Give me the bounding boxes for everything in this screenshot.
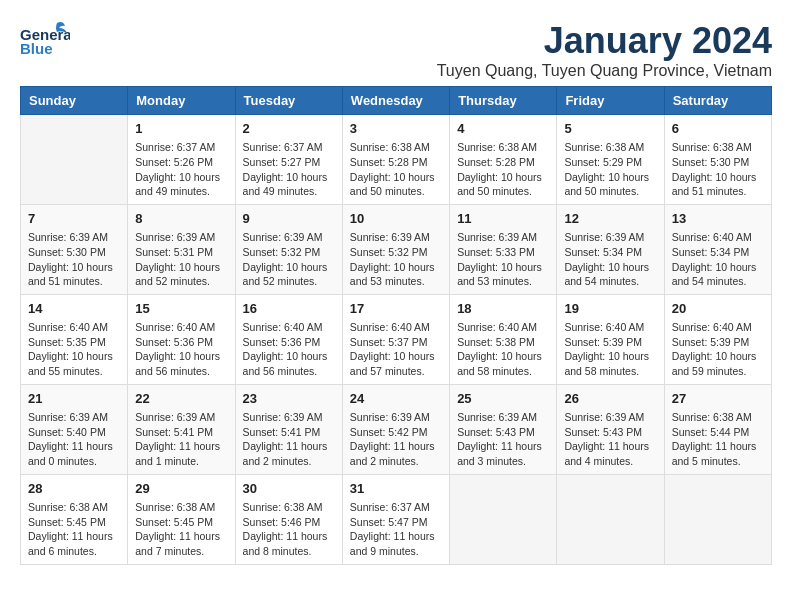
page-header: General Blue January 2024 Tuyen Quang, T… [20, 20, 772, 80]
day-info: Sunrise: 6:38 AM Sunset: 5:45 PM Dayligh… [135, 501, 220, 557]
day-number: 10 [350, 210, 442, 228]
calendar-cell: 30Sunrise: 6:38 AM Sunset: 5:46 PM Dayli… [235, 474, 342, 564]
day-info: Sunrise: 6:40 AM Sunset: 5:35 PM Dayligh… [28, 321, 113, 377]
month-title: January 2024 [437, 20, 772, 62]
location-title: Tuyen Quang, Tuyen Quang Province, Vietn… [437, 62, 772, 80]
calendar-cell: 13Sunrise: 6:40 AM Sunset: 5:34 PM Dayli… [664, 204, 771, 294]
calendar-cell: 12Sunrise: 6:39 AM Sunset: 5:34 PM Dayli… [557, 204, 664, 294]
day-info: Sunrise: 6:39 AM Sunset: 5:43 PM Dayligh… [564, 411, 649, 467]
day-number: 8 [135, 210, 227, 228]
calendar-cell: 16Sunrise: 6:40 AM Sunset: 5:36 PM Dayli… [235, 294, 342, 384]
calendar-cell: 4Sunrise: 6:38 AM Sunset: 5:28 PM Daylig… [450, 115, 557, 205]
day-info: Sunrise: 6:40 AM Sunset: 5:38 PM Dayligh… [457, 321, 542, 377]
calendar-cell [557, 474, 664, 564]
day-info: Sunrise: 6:39 AM Sunset: 5:33 PM Dayligh… [457, 231, 542, 287]
calendar-cell: 17Sunrise: 6:40 AM Sunset: 5:37 PM Dayli… [342, 294, 449, 384]
day-info: Sunrise: 6:40 AM Sunset: 5:39 PM Dayligh… [564, 321, 649, 377]
day-info: Sunrise: 6:38 AM Sunset: 5:29 PM Dayligh… [564, 141, 649, 197]
day-number: 19 [564, 300, 656, 318]
calendar-cell: 21Sunrise: 6:39 AM Sunset: 5:40 PM Dayli… [21, 384, 128, 474]
day-info: Sunrise: 6:39 AM Sunset: 5:42 PM Dayligh… [350, 411, 435, 467]
day-number: 7 [28, 210, 120, 228]
day-info: Sunrise: 6:38 AM Sunset: 5:28 PM Dayligh… [350, 141, 435, 197]
day-number: 16 [243, 300, 335, 318]
day-of-week-header: Wednesday [342, 87, 449, 115]
calendar-week-row: 7Sunrise: 6:39 AM Sunset: 5:30 PM Daylig… [21, 204, 772, 294]
calendar-cell: 3Sunrise: 6:38 AM Sunset: 5:28 PM Daylig… [342, 115, 449, 205]
calendar-cell: 11Sunrise: 6:39 AM Sunset: 5:33 PM Dayli… [450, 204, 557, 294]
day-number: 3 [350, 120, 442, 138]
calendar-cell [450, 474, 557, 564]
day-number: 28 [28, 480, 120, 498]
logo: General Blue [20, 20, 70, 60]
calendar-body: 1Sunrise: 6:37 AM Sunset: 5:26 PM Daylig… [21, 115, 772, 565]
day-number: 9 [243, 210, 335, 228]
day-info: Sunrise: 6:37 AM Sunset: 5:27 PM Dayligh… [243, 141, 328, 197]
day-info: Sunrise: 6:39 AM Sunset: 5:31 PM Dayligh… [135, 231, 220, 287]
day-number: 29 [135, 480, 227, 498]
day-number: 20 [672, 300, 764, 318]
calendar-cell: 27Sunrise: 6:38 AM Sunset: 5:44 PM Dayli… [664, 384, 771, 474]
calendar-cell: 8Sunrise: 6:39 AM Sunset: 5:31 PM Daylig… [128, 204, 235, 294]
day-of-week-header: Monday [128, 87, 235, 115]
day-of-week-header: Friday [557, 87, 664, 115]
day-info: Sunrise: 6:38 AM Sunset: 5:46 PM Dayligh… [243, 501, 328, 557]
title-area: January 2024 Tuyen Quang, Tuyen Quang Pr… [437, 20, 772, 80]
day-number: 2 [243, 120, 335, 138]
day-info: Sunrise: 6:37 AM Sunset: 5:47 PM Dayligh… [350, 501, 435, 557]
day-number: 21 [28, 390, 120, 408]
calendar-cell: 1Sunrise: 6:37 AM Sunset: 5:26 PM Daylig… [128, 115, 235, 205]
day-number: 17 [350, 300, 442, 318]
calendar-cell: 9Sunrise: 6:39 AM Sunset: 5:32 PM Daylig… [235, 204, 342, 294]
day-info: Sunrise: 6:39 AM Sunset: 5:41 PM Dayligh… [135, 411, 220, 467]
calendar-cell: 22Sunrise: 6:39 AM Sunset: 5:41 PM Dayli… [128, 384, 235, 474]
day-number: 23 [243, 390, 335, 408]
calendar-week-row: 21Sunrise: 6:39 AM Sunset: 5:40 PM Dayli… [21, 384, 772, 474]
day-number: 13 [672, 210, 764, 228]
calendar-cell: 20Sunrise: 6:40 AM Sunset: 5:39 PM Dayli… [664, 294, 771, 384]
day-info: Sunrise: 6:39 AM Sunset: 5:40 PM Dayligh… [28, 411, 113, 467]
day-info: Sunrise: 6:38 AM Sunset: 5:30 PM Dayligh… [672, 141, 757, 197]
day-number: 31 [350, 480, 442, 498]
day-of-week-header: Tuesday [235, 87, 342, 115]
calendar-cell: 26Sunrise: 6:39 AM Sunset: 5:43 PM Dayli… [557, 384, 664, 474]
day-info: Sunrise: 6:39 AM Sunset: 5:43 PM Dayligh… [457, 411, 542, 467]
calendar-cell: 23Sunrise: 6:39 AM Sunset: 5:41 PM Dayli… [235, 384, 342, 474]
calendar-cell: 29Sunrise: 6:38 AM Sunset: 5:45 PM Dayli… [128, 474, 235, 564]
calendar-cell: 28Sunrise: 6:38 AM Sunset: 5:45 PM Dayli… [21, 474, 128, 564]
day-info: Sunrise: 6:40 AM Sunset: 5:36 PM Dayligh… [243, 321, 328, 377]
calendar-cell [21, 115, 128, 205]
calendar-week-row: 1Sunrise: 6:37 AM Sunset: 5:26 PM Daylig… [21, 115, 772, 205]
day-number: 22 [135, 390, 227, 408]
calendar-cell: 7Sunrise: 6:39 AM Sunset: 5:30 PM Daylig… [21, 204, 128, 294]
calendar-week-row: 14Sunrise: 6:40 AM Sunset: 5:35 PM Dayli… [21, 294, 772, 384]
day-info: Sunrise: 6:38 AM Sunset: 5:44 PM Dayligh… [672, 411, 757, 467]
day-number: 14 [28, 300, 120, 318]
day-number: 30 [243, 480, 335, 498]
svg-text:Blue: Blue [20, 40, 53, 57]
calendar-cell: 6Sunrise: 6:38 AM Sunset: 5:30 PM Daylig… [664, 115, 771, 205]
day-info: Sunrise: 6:40 AM Sunset: 5:39 PM Dayligh… [672, 321, 757, 377]
calendar-cell: 31Sunrise: 6:37 AM Sunset: 5:47 PM Dayli… [342, 474, 449, 564]
day-info: Sunrise: 6:40 AM Sunset: 5:37 PM Dayligh… [350, 321, 435, 377]
day-number: 15 [135, 300, 227, 318]
day-info: Sunrise: 6:39 AM Sunset: 5:30 PM Dayligh… [28, 231, 113, 287]
day-number: 24 [350, 390, 442, 408]
calendar-cell: 5Sunrise: 6:38 AM Sunset: 5:29 PM Daylig… [557, 115, 664, 205]
calendar-cell: 15Sunrise: 6:40 AM Sunset: 5:36 PM Dayli… [128, 294, 235, 384]
day-info: Sunrise: 6:38 AM Sunset: 5:45 PM Dayligh… [28, 501, 113, 557]
day-info: Sunrise: 6:38 AM Sunset: 5:28 PM Dayligh… [457, 141, 542, 197]
day-number: 5 [564, 120, 656, 138]
day-info: Sunrise: 6:39 AM Sunset: 5:32 PM Dayligh… [350, 231, 435, 287]
day-number: 18 [457, 300, 549, 318]
calendar-cell: 25Sunrise: 6:39 AM Sunset: 5:43 PM Dayli… [450, 384, 557, 474]
day-number: 12 [564, 210, 656, 228]
day-number: 25 [457, 390, 549, 408]
day-info: Sunrise: 6:40 AM Sunset: 5:36 PM Dayligh… [135, 321, 220, 377]
day-info: Sunrise: 6:39 AM Sunset: 5:41 PM Dayligh… [243, 411, 328, 467]
day-number: 11 [457, 210, 549, 228]
calendar-cell: 24Sunrise: 6:39 AM Sunset: 5:42 PM Dayli… [342, 384, 449, 474]
day-of-week-header: Thursday [450, 87, 557, 115]
day-of-week-header: Saturday [664, 87, 771, 115]
calendar-cell: 10Sunrise: 6:39 AM Sunset: 5:32 PM Dayli… [342, 204, 449, 294]
